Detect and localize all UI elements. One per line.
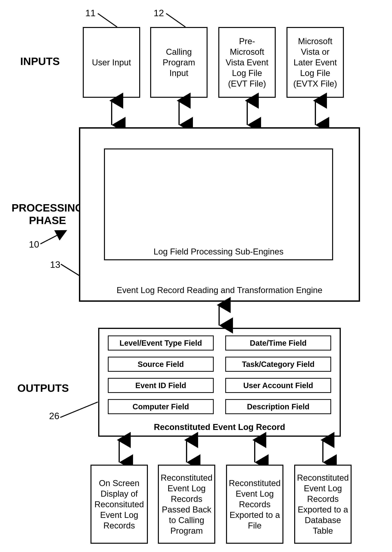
ref-11: 11	[85, 8, 96, 18]
arrow-in-1	[108, 98, 115, 127]
leader-12	[164, 12, 187, 29]
record-caption: Reconstituted Event Log Record	[98, 422, 341, 432]
input-evt-file: Pre-Microsoft Vista Event Log File (EVT …	[218, 27, 276, 98]
output-file: Reconstituted Event Log Records Exported…	[226, 465, 283, 544]
input-calling-program: Calling Program Input	[150, 27, 208, 98]
arrow-out-4	[319, 438, 326, 465]
field-description: Description Field	[225, 399, 331, 414]
arrow-in-3	[244, 98, 251, 127]
field-level: Level/Event Type Field	[108, 335, 214, 350]
arrow-out-3	[251, 438, 258, 465]
engine-inner-label: Log Field Processing Sub-Engines	[104, 247, 333, 256]
arrow-engine-record	[216, 303, 223, 328]
field-source: Source Field	[108, 357, 214, 372]
ref-10: 10	[29, 239, 39, 250]
svg-line-3	[61, 264, 81, 277]
output-onscreen: On Screen Display of Reconsituted Event …	[91, 465, 148, 544]
leader-10	[41, 229, 67, 245]
field-computer: Computer Field	[108, 399, 214, 414]
section-label-outputs: OUTPUTS	[17, 382, 69, 394]
section-label-processing: PROCESSING PHASE	[12, 202, 83, 226]
field-eventid: Event ID Field	[108, 378, 214, 393]
arrow-out-1	[116, 438, 123, 465]
engine-caption: Event Log Record Reading and Transformat…	[79, 285, 360, 295]
leader-11	[96, 12, 119, 29]
svg-line-1	[166, 14, 185, 27]
input-evtx-file: Microsoft Vista or Later Event Log File …	[287, 27, 344, 98]
field-datetime: Date/Time Field	[225, 335, 331, 350]
svg-line-4	[60, 402, 98, 417]
output-calling-program: Reconstituted Event Log Records Passed B…	[158, 465, 215, 544]
arrow-out-2	[183, 438, 190, 465]
ref-12: 12	[154, 8, 164, 18]
engine-inner-box	[104, 148, 333, 260]
ref-26: 26	[49, 411, 59, 421]
arrow-in-2	[175, 98, 182, 127]
svg-line-0	[98, 14, 117, 27]
arrow-in-4	[312, 98, 319, 127]
section-label-inputs: INPUTS	[20, 55, 60, 67]
output-db: Reconstituted Event Log Records Exported…	[294, 465, 351, 544]
field-user: User Account Field	[225, 378, 331, 393]
leader-26	[60, 401, 99, 418]
svg-line-2	[41, 231, 65, 244]
field-task: Task/Category Field	[225, 357, 331, 372]
ref-13: 13	[50, 259, 60, 270]
input-user-input: User Input	[83, 27, 140, 98]
